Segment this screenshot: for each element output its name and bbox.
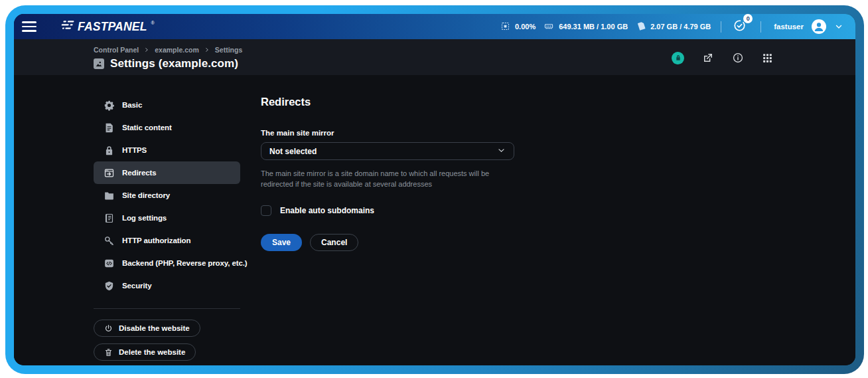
title-row: Settings (example.com) (94, 57, 242, 70)
info-icon[interactable] (732, 52, 744, 64)
topbar-divider (760, 21, 761, 33)
gear-icon (104, 100, 115, 111)
fastpanel-logo[interactable]: FASTPANEL® (58, 20, 154, 34)
sidebar-item-label: HTTP authorization (122, 236, 190, 244)
sidebar-item-basic[interactable]: Basic (94, 94, 240, 116)
tasks-button[interactable]: 0 (733, 19, 747, 35)
shield-check-icon (104, 280, 115, 292)
ram-usage-stat[interactable]: 649.31 MB / 1.00 GB (543, 21, 628, 33)
header-actions (672, 52, 773, 64)
main-site-mirror-help: The main site mirror is a site domain na… (261, 169, 522, 190)
sidebar-item-label: Redirects (122, 169, 157, 177)
sidebar-item-static-content[interactable]: Static content (94, 116, 240, 139)
lock-icon (104, 145, 115, 156)
auto-subdomains-row: Enable auto subdomains (261, 205, 522, 216)
logo-speed-lines-icon (58, 20, 74, 33)
form-actions: Save Cancel (261, 234, 522, 251)
redirects-panel: Redirects The main site mirror Not selec… (261, 94, 522, 365)
sidebar-item-log-settings[interactable]: Log settings (94, 207, 240, 229)
sidebar-item-security[interactable]: Security (94, 274, 240, 297)
chevron-down-icon (497, 145, 506, 157)
sidebar-item-label: Static content (122, 124, 172, 132)
page-title: Settings (example.com) (110, 57, 238, 70)
sidebar-item-label: Log settings (122, 214, 167, 222)
breadcrumb-control-panel[interactable]: Control Panel (94, 46, 139, 54)
ram-icon (543, 21, 554, 33)
sidebar-item-redirects[interactable]: Redirects (94, 161, 240, 184)
logo-text: FASTPANEL (78, 20, 147, 34)
cancel-button[interactable]: Cancel (310, 234, 358, 251)
apps-grid-icon[interactable] (762, 52, 773, 64)
auto-subdomains-checkbox[interactable] (261, 205, 271, 216)
log-icon (104, 213, 115, 224)
power-icon (104, 324, 113, 333)
sidebar-item-site-directory[interactable]: Site directory (94, 184, 240, 207)
topbar: FASTPANEL® 0.00% 649.31 MB / 1.00 GB (14, 14, 855, 39)
document-icon (104, 122, 115, 134)
breadcrumb-site[interactable]: example.com (155, 46, 199, 54)
main-site-mirror-value: Not selected (269, 147, 317, 156)
page-header: Control Panel example.com Settings Setti… (14, 39, 855, 75)
sidebar-item-label: Security (122, 282, 152, 290)
folder-icon (104, 190, 115, 201)
auto-subdomains-label: Enable auto subdomains (280, 206, 374, 215)
section-heading: Redirects (261, 96, 522, 108)
save-button[interactable]: Save (261, 234, 302, 251)
topbar-right: 0.00% 649.31 MB / 1.00 GB 2.07 GB / 4.79… (500, 19, 843, 35)
site-favicon-image-icon (94, 58, 104, 69)
app-frame: FASTPANEL® 0.00% 649.31 MB / 1.00 GB (5, 5, 864, 374)
trash-icon (104, 348, 113, 357)
app-window: FASTPANEL® 0.00% 649.31 MB / 1.00 GB (14, 14, 855, 365)
breadcrumb: Control Panel example.com Settings (94, 46, 242, 54)
main-site-mirror-label: The main site mirror (261, 129, 522, 137)
username-label[interactable]: fastuser (774, 23, 804, 31)
sidebar-item-label: Site directory (122, 191, 170, 199)
disable-website-button[interactable]: Disable the website (94, 320, 200, 337)
key-icon (104, 235, 115, 246)
redirect-icon (104, 167, 115, 179)
sidebar-item-label: HTTPS (122, 146, 147, 154)
ssl-lock-icon[interactable] (672, 52, 684, 64)
breadcrumb-settings[interactable]: Settings (215, 46, 242, 54)
main-site-mirror-select[interactable]: Not selected (261, 142, 514, 160)
header-left: Control Panel example.com Settings Setti… (94, 46, 242, 70)
sidebar-item-label: Backend (PHP, Reverse proxy, etc.) (122, 259, 248, 267)
cpu-usage-stat[interactable]: 0.00% (500, 21, 536, 33)
delete-website-button[interactable]: Delete the website (94, 343, 196, 361)
code-icon (104, 258, 115, 269)
cpu-icon (500, 21, 510, 33)
logo-registered-mark: ® (151, 21, 155, 25)
hamburger-menu-icon[interactable] (22, 21, 36, 31)
sidebar-item-http-authorization[interactable]: HTTP authorization (94, 229, 240, 252)
sidebar-item-label: Basic (122, 101, 142, 109)
ram-usage-value: 649.31 MB / 1.00 GB (559, 23, 628, 31)
tasks-count-badge: 0 (743, 14, 753, 23)
user-avatar[interactable] (812, 19, 826, 34)
disk-usage-stat[interactable]: 2.07 GB / 4.79 GB (636, 21, 711, 33)
topbar-divider (721, 21, 721, 33)
breadcrumb-separator-icon (204, 46, 210, 54)
sidebar-actions: Disable the website Delete the website (94, 320, 240, 365)
sidebar-divider (94, 308, 240, 309)
disk-usage-value: 2.07 GB / 4.79 GB (650, 23, 711, 31)
task-check-icon (733, 23, 747, 35)
disk-icon (636, 21, 646, 33)
delete-website-label: Delete the website (119, 348, 185, 356)
sidebar-item-https[interactable]: HTTPS (94, 139, 240, 161)
disable-website-label: Disable the website (119, 324, 190, 332)
open-site-external-link-icon[interactable] (702, 52, 714, 64)
settings-sidebar: Basic Static content HTTPS (94, 94, 240, 365)
cpu-usage-value: 0.00% (515, 23, 536, 31)
sidebar-item-backend[interactable]: Backend (PHP, Reverse proxy, etc.) (94, 252, 240, 274)
user-menu-chevron-down-icon[interactable] (834, 22, 843, 31)
breadcrumb-separator-icon (144, 46, 149, 54)
content-area: Basic Static content HTTPS (14, 75, 855, 365)
